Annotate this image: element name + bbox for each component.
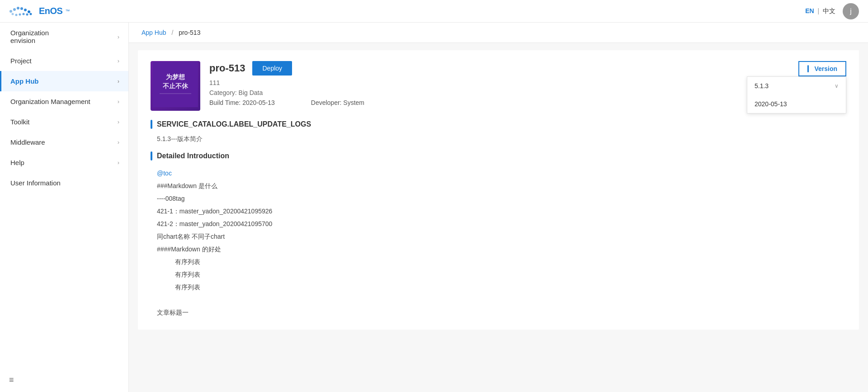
intro-line-5: 421-2：master_yadon_20200421095700 [157, 220, 272, 227]
sidebar-item-toolkit[interactable]: Toolkit › [0, 112, 128, 132]
app-detail-card: 为梦想 不止不休 pro-513 Deploy [138, 50, 859, 330]
version-button[interactable]: Version [798, 61, 846, 76]
sidebar-label-org-management: Organization Management [10, 98, 90, 105]
svg-point-10 [26, 13, 28, 15]
main-layout: Organizationenvision › Project › App Hub… [0, 23, 868, 392]
top-header: EnOS™ EN | 中文 j [0, 0, 868, 23]
sidebar-label-help: Help [10, 159, 24, 166]
chevron-icon-app-hub: › [118, 78, 119, 85]
svg-point-11 [30, 13, 32, 15]
app-meta-row: Build Time: 2020-05-13 Developer: System [209, 99, 780, 106]
intro-line-2: ###Markdown 是什么 [157, 182, 217, 189]
version-date-row: 2020-05-13 [747, 95, 846, 113]
svg-point-9 [23, 13, 25, 15]
main-content: App Hub / pro-513 为梦想 不止 [129, 23, 868, 392]
category-value: Big Data [239, 89, 263, 96]
app-main-row: 为梦想 不止不休 pro-513 Deploy [151, 61, 846, 319]
logo-text: EnOS [39, 6, 62, 16]
svg-point-2 [17, 7, 19, 9]
build-time-value: 2020-05-13 [242, 99, 275, 106]
version-number-row[interactable]: 5.1.3 ∨ [747, 77, 846, 95]
intro-line-10: 有序列表 [157, 281, 780, 293]
chevron-icon-middleware: › [118, 139, 119, 146]
toc-link[interactable]: @toc [157, 170, 172, 177]
chevron-icon-project: › [118, 57, 119, 64]
developer-value: System [343, 99, 364, 106]
app-header: 为梦想 不止不休 pro-513 Deploy [151, 61, 780, 111]
app-description: 111 [209, 79, 780, 86]
intro-line-3: ----008tag [157, 195, 184, 202]
svg-text:为梦想: 为梦想 [165, 73, 185, 80]
intro-line-6: 同chart名称 不同子chart [157, 233, 225, 240]
version-number: 5.1.3 [755, 82, 769, 90]
version-bar-icon [807, 65, 809, 72]
sidebar-label-project: Project [10, 57, 32, 65]
sidebar-item-org-management[interactable]: Organization Management › [0, 91, 128, 112]
breadcrumb-separator: / [171, 29, 173, 36]
section-bar-intro-icon [151, 151, 152, 161]
chevron-icon-toolkit: › [118, 118, 119, 125]
logo: EnOS™ [9, 5, 70, 18]
detailed-intro-label: Detailed Introduction [157, 152, 229, 160]
developer: Developer: System [311, 99, 364, 106]
version-date: 2020-05-13 [755, 100, 787, 108]
sidebar-label-toolkit: Toolkit [10, 118, 30, 126]
chevron-icon-org-envision: › [118, 33, 119, 40]
sidebar-item-help[interactable]: Help › [0, 152, 128, 173]
svg-point-6 [12, 13, 14, 15]
sidebar-label-app-hub: App Hub [10, 77, 38, 85]
lang-en[interactable]: EN [805, 7, 814, 14]
detailed-intro-title: Detailed Introduction [151, 151, 780, 161]
svg-text:不止不休: 不止不休 [162, 82, 189, 90]
app-category: Category: Big Data [209, 89, 780, 96]
build-time-label: Build Time: [209, 99, 241, 106]
app-name: pro-513 [209, 62, 245, 74]
svg-point-5 [28, 10, 30, 13]
version-note: 5.1.3---版本简介 [151, 135, 780, 143]
chevron-icon-help: › [118, 159, 119, 166]
avatar[interactable]: j [843, 3, 859, 19]
intro-content: @toc ###Markdown 是什么 ----008tag 421-1：ma… [151, 167, 780, 319]
app-icon-text: 为梦想 不止不休 [151, 61, 200, 111]
svg-point-1 [13, 8, 16, 11]
version-section: Version 5.1.3 ∨ 2020-05-13 [798, 61, 846, 76]
lang-zh[interactable]: 中文 [823, 7, 835, 14]
intro-line-7: ####Markdown 的好处 [157, 246, 221, 253]
sidebar-item-user-info[interactable]: User Information [0, 173, 128, 193]
sidebar: Organizationenvision › Project › App Hub… [0, 23, 129, 392]
intro-line-11: 文章标题一 [157, 309, 189, 316]
lang-separator: | [817, 7, 819, 14]
sidebar-item-app-hub[interactable]: App Hub › [0, 71, 128, 91]
app-name-row: pro-513 Deploy [209, 61, 780, 76]
sidebar-item-project[interactable]: Project › [0, 51, 128, 71]
intro-line-9: 有序列表 [157, 268, 780, 281]
logo-icon [9, 5, 36, 18]
update-logs-section: SERVICE_CATALOG.LABEL_UPDATE_LOGS 5.1.3-… [151, 120, 780, 143]
build-time: Build Time: 2020-05-13 [209, 99, 275, 106]
sidebar-label-user-info: User Information [10, 179, 61, 187]
breadcrumb-app-hub[interactable]: App Hub [142, 29, 166, 36]
svg-point-3 [20, 7, 23, 10]
breadcrumb-current: pro-513 [179, 29, 200, 36]
language-switcher[interactable]: EN | 中文 [805, 7, 835, 15]
version-dropdown[interactable]: 5.1.3 ∨ 2020-05-13 [747, 76, 846, 113]
app-icon: 为梦想 不止不休 [151, 61, 200, 111]
update-logs-title: SERVICE_CATALOG.LABEL_UPDATE_LOGS [151, 120, 780, 129]
logo-trademark: ™ [65, 9, 70, 14]
sidebar-collapse-button[interactable]: ≡ [0, 368, 128, 392]
update-logs-label: SERVICE_CATALOG.LABEL_UPDATE_LOGS [157, 120, 311, 128]
sidebar-label-org-envision: Organizationenvision [10, 29, 49, 44]
category-label: Category: [209, 89, 237, 96]
svg-point-0 [9, 10, 12, 13]
sidebar-item-org-envision[interactable]: Organizationenvision › [0, 23, 128, 51]
chevron-icon-org-management: › [118, 98, 119, 105]
version-button-label: Version [814, 65, 837, 72]
sidebar-item-middleware[interactable]: Middleware › [0, 132, 128, 152]
svg-point-8 [19, 13, 21, 15]
breadcrumb: App Hub / pro-513 [129, 23, 868, 43]
deploy-button[interactable]: Deploy [252, 61, 292, 76]
section-bar-icon [151, 120, 152, 129]
intro-line-4: 421-1：master_yadon_20200421095926 [157, 208, 272, 215]
app-info: pro-513 Deploy 111 Category: Big Data Bu… [209, 61, 780, 106]
chevron-down-icon: ∨ [835, 83, 839, 89]
